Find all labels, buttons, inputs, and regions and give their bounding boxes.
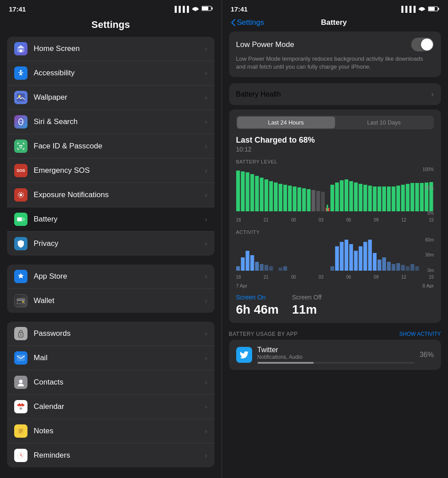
- svg-rect-42: [255, 176, 259, 211]
- battery-health-chevron: ›: [431, 89, 434, 99]
- battery-icon: [14, 213, 27, 226]
- svg-rect-66: [368, 186, 372, 211]
- svg-rect-52: [302, 188, 306, 211]
- low-power-mode-card: Low Power Mode Low Power Mode temporaril…: [229, 31, 441, 77]
- svg-rect-48: [283, 185, 287, 211]
- reminders-chevron: ›: [205, 452, 207, 459]
- contacts-label: Contacts: [34, 378, 205, 387]
- svg-rect-101: [377, 260, 381, 271]
- privacy-chevron: ›: [205, 240, 207, 247]
- settings-item-faceid[interactable]: Face ID & Passcode ›: [7, 134, 214, 159]
- mail-icon: [14, 351, 27, 365]
- activity-label: ACTIVITY: [236, 229, 434, 235]
- mail-chevron: ›: [205, 354, 207, 361]
- battery-header: Settings Battery: [222, 16, 448, 31]
- settings-item-appstore[interactable]: App Store ›: [7, 264, 214, 289]
- svg-rect-36: [438, 8, 440, 10]
- battery-page-title: Battery: [321, 18, 347, 27]
- svg-rect-100: [373, 253, 377, 271]
- battery-health-card[interactable]: Battery Health ›: [229, 83, 441, 105]
- settings-item-wallet[interactable]: Wallet ›: [7, 289, 214, 313]
- screen-stats: Screen On 6h 46m Screen Off 11m: [236, 294, 434, 317]
- appstore-chevron: ›: [205, 273, 207, 280]
- settings-item-calendar[interactable]: 31 Calendar ›: [7, 395, 214, 419]
- twitter-percent: 36%: [420, 351, 434, 359]
- settings-item-passwords[interactable]: Passwords ›: [7, 322, 214, 346]
- activity-chart: 60m 30m 0m: [236, 237, 434, 273]
- settings-item-contacts[interactable]: Contacts ›: [7, 370, 214, 395]
- screen-off-value: 11m: [292, 303, 322, 317]
- svg-rect-41: [250, 174, 254, 211]
- settings-item-privacy[interactable]: Privacy ›: [7, 232, 214, 256]
- date-7apr: 7 Apr: [236, 283, 248, 288]
- y-label-100: 100%: [422, 167, 434, 172]
- svg-rect-95: [349, 244, 353, 271]
- back-button[interactable]: Settings: [231, 18, 264, 27]
- time-06: 06: [346, 218, 351, 222]
- twitter-info: Twitter Notifications, Audio: [257, 346, 414, 364]
- svg-rect-38: [236, 171, 240, 211]
- svg-rect-92: [335, 246, 339, 271]
- y-label-0: 0%: [428, 211, 434, 216]
- settings-item-home-screen[interactable]: Home Screen ›: [7, 37, 214, 61]
- svg-rect-91: [330, 266, 334, 271]
- settings-group-2: App Store › Wallet ›: [7, 264, 214, 313]
- accessibility-icon: [14, 66, 27, 80]
- act-09: 09: [374, 275, 378, 280]
- battery-level-label: BATTERY LEVEL: [236, 159, 434, 164]
- svg-rect-19: [17, 299, 25, 301]
- wifi-icon: [192, 6, 199, 12]
- charged-text: Last Charged to 68%: [236, 136, 434, 145]
- svg-rect-51: [297, 187, 301, 211]
- time-12: 12: [401, 218, 406, 222]
- svg-rect-103: [387, 262, 391, 271]
- home-screen-icon: [14, 42, 27, 55]
- settings-item-wallpaper[interactable]: Wallpaper ›: [7, 85, 214, 110]
- sos-chevron: ›: [205, 167, 207, 174]
- battery-status-icon: [202, 6, 213, 12]
- settings-item-battery[interactable]: Battery ›: [7, 207, 214, 232]
- toggle-knob: [421, 39, 433, 51]
- act-03: 03: [319, 275, 323, 280]
- tab-24h[interactable]: Last 24 Hours: [237, 117, 335, 128]
- privacy-label: Privacy: [34, 239, 205, 248]
- time-09: 09: [374, 218, 378, 222]
- svg-rect-94: [344, 240, 348, 271]
- left-status-bar: 17:41 ▐▐▐▐: [0, 0, 222, 16]
- back-label: Settings: [237, 18, 264, 27]
- wallpaper-icon: [14, 91, 27, 104]
- reminders-icon: [14, 449, 27, 462]
- passwords-icon: [14, 327, 27, 340]
- svg-rect-63: [354, 183, 358, 211]
- svg-rect-45: [269, 181, 273, 211]
- svg-rect-28: [22, 403, 23, 405]
- settings-item-notes[interactable]: Notes ›: [7, 419, 214, 443]
- svg-rect-86: [260, 264, 264, 271]
- settings-item-siri[interactable]: Siri & Search ›: [7, 110, 214, 134]
- settings-item-mail[interactable]: Mail ›: [7, 346, 214, 370]
- activity-bars-svg: [236, 237, 434, 271]
- show-activity-button[interactable]: SHOW ACTIVITY: [399, 331, 441, 337]
- svg-rect-60: [339, 180, 343, 211]
- settings-item-sos[interactable]: SOS Emergency SOS ›: [7, 159, 214, 183]
- low-power-row: Low Power Mode: [236, 38, 434, 51]
- svg-point-24: [19, 380, 23, 383]
- settings-item-accessibility[interactable]: Accessibility ›: [7, 61, 214, 85]
- low-power-toggle[interactable]: [411, 38, 434, 51]
- right-status-icons: ▐▐▐▐: [399, 5, 439, 13]
- svg-rect-47: [278, 184, 282, 211]
- exposure-icon: [14, 188, 27, 202]
- wallpaper-label: Wallpaper: [34, 93, 205, 102]
- time-03: 03: [319, 218, 323, 222]
- settings-item-reminders[interactable]: Reminders ›: [7, 443, 214, 467]
- wallet-icon: [14, 294, 27, 307]
- faceid-icon: [14, 140, 27, 153]
- svg-point-13: [19, 194, 22, 196]
- settings-item-exposure[interactable]: Exposure Notifications ›: [7, 183, 214, 207]
- screen-on-value: 6h 46m: [236, 303, 279, 317]
- act-00: 00: [291, 275, 296, 280]
- twitter-name: Twitter: [257, 346, 414, 354]
- battery-label: Battery: [34, 215, 205, 224]
- left-time: 17:41: [9, 5, 26, 13]
- tab-10d[interactable]: Last 10 Days: [335, 117, 433, 128]
